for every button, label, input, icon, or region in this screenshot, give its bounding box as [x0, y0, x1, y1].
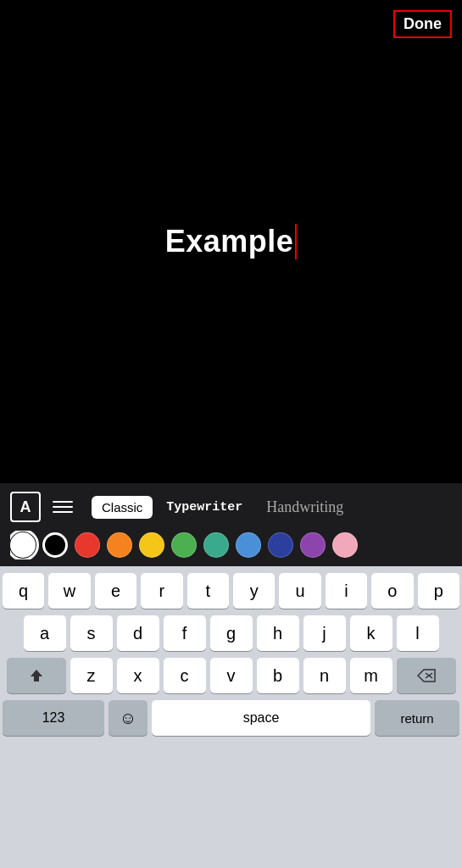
color-orange[interactable] [107, 532, 132, 558]
key-t[interactable]: t [187, 573, 229, 609]
toolbar-area: A Classic Typewriter Handwriting [0, 483, 462, 566]
color-red[interactable] [75, 532, 100, 558]
key-r[interactable]: r [141, 573, 182, 609]
key-b[interactable]: b [257, 658, 299, 693]
text-display: Example [165, 224, 298, 259]
text-content: Example [165, 224, 294, 259]
num-key[interactable]: 123 [3, 700, 104, 736]
font-classic-button[interactable]: Classic [92, 496, 153, 519]
font-handwriting-button[interactable]: Handwriting [256, 494, 353, 520]
key-d[interactable]: d [117, 615, 159, 651]
color-pink[interactable] [332, 532, 358, 558]
color-blue-dark[interactable] [268, 532, 293, 558]
color-purple[interactable] [300, 532, 326, 558]
key-a[interactable]: a [24, 615, 66, 651]
color-white-filled[interactable] [10, 532, 36, 558]
keyboard-row-2: asdfghjkl [3, 615, 459, 651]
space-key[interactable]: space [152, 700, 370, 736]
keyboard-row-1: qwertyuiop [3, 573, 459, 609]
key-g[interactable]: g [210, 615, 253, 651]
key-y[interactable]: y [233, 573, 275, 609]
key-v[interactable]: v [210, 658, 253, 693]
align-line-2 [53, 506, 73, 508]
key-c[interactable]: c [164, 658, 206, 693]
key-z[interactable]: z [70, 658, 113, 693]
key-q[interactable]: q [3, 573, 44, 609]
color-green-teal[interactable] [203, 532, 229, 558]
key-m[interactable]: m [350, 658, 392, 693]
keyboard-row-3: zxcvbnm [3, 658, 459, 693]
keyboard-bottom-row: 123 ☺ space return [3, 700, 459, 736]
color-picker-row [10, 531, 452, 559]
font-typewriter-button[interactable]: Typewriter [156, 496, 253, 519]
key-s[interactable]: s [70, 615, 113, 651]
color-white-outline[interactable] [42, 532, 68, 558]
key-p[interactable]: p [418, 573, 459, 609]
shift-key[interactable] [7, 658, 66, 693]
return-key[interactable]: return [375, 700, 459, 736]
key-k[interactable]: k [350, 615, 392, 651]
delete-key[interactable] [397, 658, 456, 693]
emoji-key[interactable]: ☺ [109, 700, 148, 736]
color-yellow[interactable] [139, 532, 164, 558]
key-w[interactable]: w [48, 573, 90, 609]
keyboard-area: qwertyuiop asdfghjkl zxcvbnm 123 ☺ space… [0, 566, 462, 868]
text-style-button[interactable]: A [10, 492, 41, 522]
key-x[interactable]: x [117, 658, 159, 693]
key-e[interactable]: e [95, 573, 136, 609]
color-blue-light[interactable] [236, 532, 261, 558]
key-o[interactable]: o [371, 573, 413, 609]
text-cursor [295, 224, 297, 259]
key-l[interactable]: l [397, 615, 439, 651]
toolbar-top: A Classic Typewriter Handwriting [10, 492, 452, 522]
done-button[interactable]: Done [393, 10, 452, 38]
key-h[interactable]: h [257, 615, 299, 651]
canvas-area: Done Example [0, 0, 462, 483]
font-style-selector: Classic Typewriter Handwriting [92, 494, 353, 520]
align-line-1 [53, 501, 73, 503]
align-line-3 [53, 511, 73, 513]
key-f[interactable]: f [164, 615, 206, 651]
key-i[interactable]: i [326, 573, 367, 609]
align-button[interactable] [47, 498, 78, 516]
key-n[interactable]: n [303, 658, 346, 693]
key-j[interactable]: j [303, 615, 346, 651]
key-u[interactable]: u [279, 573, 320, 609]
color-green-light[interactable] [171, 532, 197, 558]
